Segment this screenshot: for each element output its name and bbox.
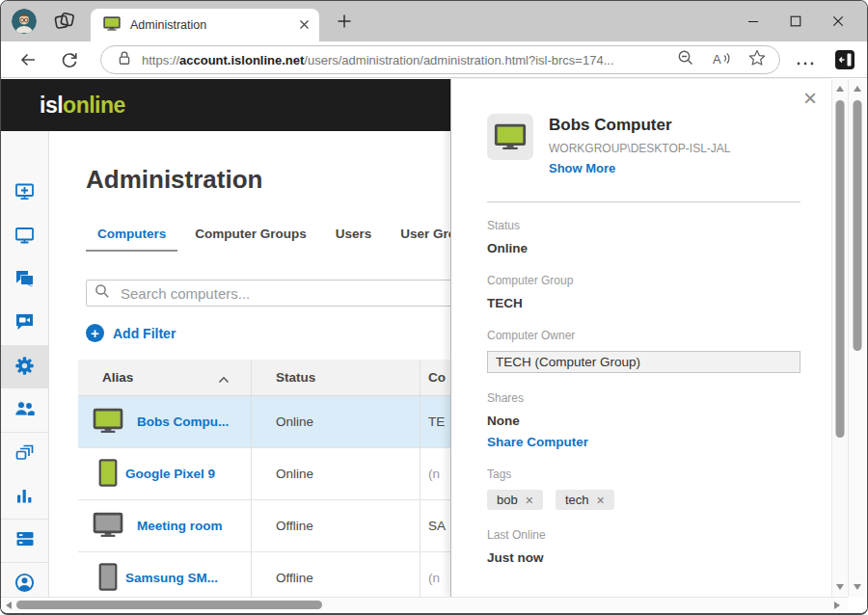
panel-computer-hostname: WORKGROUP\DESKTOP-ISL-JAL bbox=[549, 142, 730, 155]
sidebar-item-reports[interactable] bbox=[1, 475, 48, 519]
tab-users[interactable]: Users bbox=[324, 223, 384, 252]
computer-icon-chip bbox=[487, 114, 533, 160]
scroll-down-icon[interactable] bbox=[854, 584, 861, 590]
users-icon bbox=[14, 400, 35, 420]
scroll-down-icon[interactable] bbox=[836, 584, 844, 590]
page-content: islonline bbox=[1, 78, 867, 615]
sidebar-item-chats[interactable] bbox=[1, 258, 48, 302]
browser-navbar: https://account.islonline.net/users/admi… bbox=[1, 41, 867, 78]
lock-icon[interactable] bbox=[117, 50, 132, 70]
field-label: Status bbox=[487, 219, 803, 232]
panel-divider bbox=[487, 201, 800, 202]
refresh-button[interactable] bbox=[60, 50, 79, 69]
field-label: Last Online bbox=[487, 528, 803, 542]
computer-alias-link[interactable]: Samsung SM... bbox=[125, 571, 218, 585]
sidebar-item-servers[interactable] bbox=[1, 519, 48, 562]
tab-favicon-monitor-icon bbox=[103, 16, 121, 35]
tag-chip[interactable]: bob× bbox=[487, 490, 543, 510]
computer-alias-link[interactable]: Google Pixel 9 bbox=[125, 467, 215, 481]
sidebar-item-sessions[interactable] bbox=[1, 432, 48, 475]
minimize-button[interactable] bbox=[732, 1, 774, 41]
page-title: Administration bbox=[86, 165, 262, 195]
favorites-star-icon[interactable] bbox=[748, 49, 766, 70]
workspaces-icon[interactable] bbox=[53, 11, 76, 36]
show-more-link[interactable]: Show More bbox=[549, 161, 615, 175]
url-text[interactable]: https://account.islonline.net/users/admi… bbox=[142, 53, 660, 67]
read-aloud-icon[interactable]: A bbox=[712, 50, 731, 70]
sidebar-item-add-computer[interactable] bbox=[1, 172, 48, 215]
field-computer-owner: Computer Owner bbox=[487, 329, 803, 373]
add-filter-button[interactable]: + Add Filter bbox=[86, 324, 176, 342]
islonline-logo[interactable]: islonline bbox=[40, 93, 125, 119]
tab-computer-groups[interactable]: Computer Groups bbox=[183, 223, 318, 252]
tab-close-icon[interactable] bbox=[299, 16, 310, 34]
bar-chart-icon bbox=[15, 487, 34, 508]
add-computer-icon bbox=[14, 182, 35, 205]
account-person-icon bbox=[14, 573, 35, 597]
column-header-alias[interactable]: Alias bbox=[78, 360, 252, 395]
panel-fields: Status Online Computer Group TECH Comput… bbox=[487, 219, 803, 583]
scrollbar-thumb[interactable] bbox=[853, 100, 861, 351]
page-vertical-scrollbar[interactable] bbox=[848, 79, 865, 597]
back-button[interactable] bbox=[18, 50, 38, 69]
address-bar[interactable]: https://account.islonline.net/users/admi… bbox=[100, 45, 780, 74]
field-tags: Tags bob× tech× bbox=[487, 468, 803, 510]
maximize-button[interactable] bbox=[774, 1, 817, 41]
field-value: Just now bbox=[487, 550, 803, 565]
field-label: Tags bbox=[487, 468, 803, 481]
share-computer-link[interactable]: Share Computer bbox=[487, 435, 803, 449]
close-window-button[interactable] bbox=[817, 1, 859, 41]
desktop-online-icon bbox=[494, 123, 527, 150]
browser-tab[interactable]: Administration bbox=[91, 9, 319, 41]
panel-computer-name: Bobs Computer bbox=[549, 116, 672, 135]
computer-alias-link[interactable]: Bobs Compu... bbox=[137, 414, 229, 429]
scroll-left-icon[interactable] bbox=[6, 602, 12, 609]
svg-text:A: A bbox=[713, 51, 721, 66]
tag-chip[interactable]: tech× bbox=[556, 490, 614, 510]
search-icon bbox=[95, 283, 110, 303]
new-tab-button[interactable] bbox=[335, 12, 354, 31]
scrollbar-thumb[interactable] bbox=[836, 100, 845, 438]
phone-offline-icon bbox=[98, 563, 118, 594]
panel-vertical-scrollbar[interactable] bbox=[831, 79, 848, 597]
computers-icon bbox=[14, 226, 35, 249]
status-cell: Online bbox=[252, 448, 420, 499]
sort-ascending-icon[interactable] bbox=[218, 372, 230, 387]
video-chat-icon bbox=[14, 312, 35, 334]
desktop-offline-icon bbox=[93, 512, 123, 541]
sidebar-toggle-icon[interactable] bbox=[834, 49, 854, 68]
plus-circle-icon: + bbox=[86, 324, 104, 342]
status-cell: Online bbox=[252, 396, 420, 447]
profile-avatar[interactable] bbox=[12, 9, 37, 34]
field-last-online: Last Online Just now bbox=[487, 528, 803, 565]
scroll-up-icon[interactable] bbox=[836, 86, 844, 92]
zoom-out-icon[interactable] bbox=[677, 49, 694, 70]
field-status: Status Online bbox=[487, 219, 803, 255]
scrollbar-thumb[interactable] bbox=[16, 601, 322, 609]
horizontal-scrollbar[interactable] bbox=[1, 597, 848, 611]
computer-owner-input[interactable] bbox=[487, 351, 800, 373]
chat-bubbles-icon bbox=[14, 269, 35, 292]
field-value: TECH bbox=[487, 296, 803, 310]
sidebar-item-users[interactable] bbox=[1, 388, 48, 432]
sidebar-item-video-call[interactable] bbox=[1, 302, 48, 345]
remove-tag-icon[interactable]: × bbox=[526, 494, 533, 507]
tab-title: Administration bbox=[130, 18, 299, 32]
remove-tag-icon[interactable]: × bbox=[596, 494, 604, 507]
sidebar-item-computers[interactable] bbox=[1, 215, 48, 258]
scroll-right-icon[interactable] bbox=[834, 602, 840, 609]
computer-alias-link[interactable]: Meeting room bbox=[137, 519, 223, 533]
field-label: Computer Owner bbox=[487, 329, 803, 342]
field-label: Shares bbox=[487, 391, 803, 405]
settings-menu-icon[interactable] bbox=[796, 54, 815, 73]
field-shares: Shares None Share Computer bbox=[487, 391, 803, 449]
computer-detail-panel: × Bobs Computer WORKGROUP\DESKTOP-ISL-JA… bbox=[450, 79, 832, 597]
sidebar-item-settings[interactable] bbox=[1, 345, 48, 388]
gear-icon bbox=[14, 356, 35, 380]
field-value: Online bbox=[487, 241, 803, 255]
panel-close-icon[interactable]: × bbox=[803, 87, 817, 110]
scroll-up-icon[interactable] bbox=[854, 86, 861, 92]
column-header-status[interactable]: Status bbox=[252, 360, 420, 395]
field-computer-group: Computer Group TECH bbox=[487, 274, 803, 310]
tab-computers[interactable]: Computers bbox=[86, 223, 177, 252]
